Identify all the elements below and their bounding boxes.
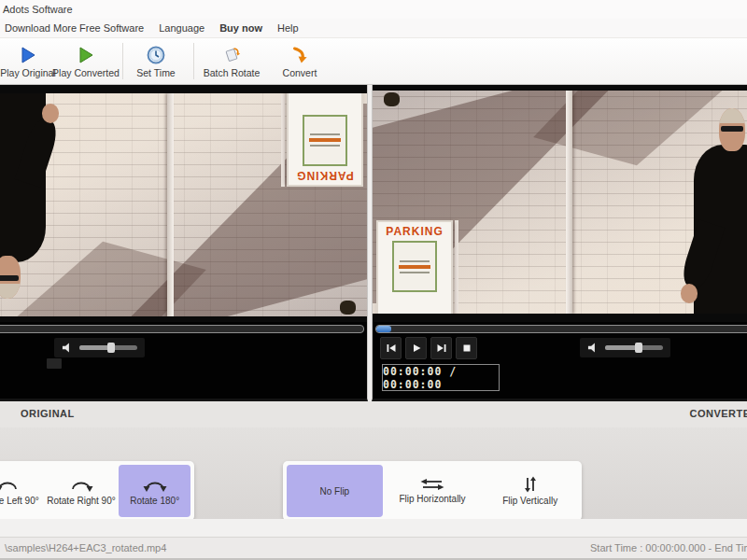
rotate-left-90-label: Rotate Left 90° bbox=[0, 496, 39, 506]
original-volume-track[interactable] bbox=[79, 345, 137, 350]
rotate-button-group: Rotate Left 90° Rotate Right 90° Rotate … bbox=[0, 461, 194, 521]
play-button[interactable] bbox=[405, 337, 427, 359]
man-hand bbox=[681, 284, 698, 302]
rotation-controls-section: Rotate Left 90° Rotate Right 90° Rotate … bbox=[0, 427, 747, 519]
original-volume-control[interactable] bbox=[54, 338, 145, 357]
parking-sign: PARKING bbox=[287, 91, 363, 187]
sign-post bbox=[281, 94, 285, 187]
no-flip-label: No Flip bbox=[319, 486, 349, 497]
stop-icon bbox=[461, 343, 472, 354]
converted-video-frame[interactable]: PARKING bbox=[373, 85, 747, 322]
converted-seek-progress bbox=[376, 326, 391, 332]
wall-post bbox=[566, 91, 572, 314]
original-label: ORIGINAL bbox=[21, 408, 75, 419]
menu-download-more[interactable]: Download More Free Software bbox=[5, 22, 144, 34]
time-display: 00:00:00 / 00:00:00 bbox=[382, 364, 500, 391]
sign-post bbox=[455, 220, 458, 313]
converted-player-controls: 00:00:00 / 00:00:00 bbox=[373, 322, 747, 399]
rotate-180-button[interactable]: Rotate 180° bbox=[119, 465, 190, 517]
rotate-left-90-button[interactable]: Rotate Left 90° bbox=[0, 465, 44, 517]
rotate-left-icon bbox=[0, 476, 21, 493]
rotate-180-icon bbox=[142, 476, 168, 493]
converted-label: CONVERTED bbox=[689, 408, 747, 419]
original-seek-bar[interactable] bbox=[0, 325, 364, 333]
original-video-scene: PARKING bbox=[0, 85, 367, 322]
menu-bar: Download More Free Software Language Buy… bbox=[0, 19, 747, 38]
wall-fixture bbox=[340, 301, 355, 315]
set-time-label: Set Time bbox=[136, 67, 175, 78]
flip-vertically-button[interactable]: Flip Vertically bbox=[482, 465, 578, 517]
speaker-icon bbox=[62, 342, 74, 354]
parking-sign-text: PARKING bbox=[289, 169, 361, 182]
converted-player-panel: PARKING bbox=[372, 84, 747, 401]
window-title: Adots Software bbox=[3, 4, 73, 15]
man-head bbox=[719, 108, 745, 151]
skip-start-button[interactable] bbox=[380, 337, 402, 359]
parking-sign-text: PARKING bbox=[378, 225, 451, 238]
skip-end-icon bbox=[436, 343, 447, 354]
wall-fixture bbox=[384, 92, 399, 106]
flip-horizontally-label: Flip Horizontally bbox=[399, 494, 465, 504]
man-hand bbox=[42, 104, 59, 122]
letterbox-bar bbox=[373, 85, 747, 91]
original-player-controls bbox=[0, 322, 367, 399]
rotate-right-icon bbox=[68, 476, 94, 493]
parking-sign-subpanel bbox=[303, 115, 348, 167]
skip-end-button[interactable] bbox=[430, 337, 452, 359]
toolbar: Play Original Play Converted Set Time Ba… bbox=[0, 38, 747, 85]
rotate-right-90-label: Rotate Right 90° bbox=[47, 496, 116, 506]
skip-start-icon bbox=[386, 343, 397, 354]
parking-sign: PARKING bbox=[376, 220, 453, 316]
convert-label: Convert bbox=[283, 67, 317, 78]
wall-post bbox=[167, 93, 174, 316]
original-volume-thumb[interactable] bbox=[107, 343, 115, 353]
clock-icon bbox=[145, 45, 167, 65]
mute-popup[interactable] bbox=[47, 358, 62, 369]
flip-vertical-icon bbox=[522, 476, 539, 493]
title-bar: Adots Software bbox=[0, 0, 747, 19]
converted-volume-thumb[interactable] bbox=[635, 343, 642, 353]
play-icon bbox=[411, 343, 422, 354]
flip-vertically-label: Flip Vertically bbox=[502, 496, 557, 506]
menu-help[interactable]: Help bbox=[277, 22, 299, 34]
parking-sign-subpanel bbox=[392, 241, 438, 293]
sunglasses bbox=[0, 275, 19, 281]
original-video-frame[interactable]: PARKING bbox=[0, 85, 367, 322]
menu-buy-now[interactable]: Buy now bbox=[219, 22, 262, 34]
batch-rotate-icon bbox=[220, 45, 243, 65]
rotate-right-90-button[interactable]: Rotate Right 90° bbox=[46, 465, 118, 517]
letterbox-bar bbox=[0, 85, 367, 93]
original-player-panel: PARKING bbox=[0, 84, 368, 401]
converted-volume-track[interactable] bbox=[605, 345, 663, 350]
flip-button-group: No Flip Flip Horizontally Flip Verticall… bbox=[283, 461, 582, 521]
status-bar: \samples\H264+EAC3_rotated.mp4 Start Tim… bbox=[0, 537, 747, 560]
play-green-icon bbox=[75, 45, 97, 65]
play-blue-icon bbox=[17, 45, 39, 65]
start-end-time-info: Start Time : 00:00:00.000 - End Time : 0… bbox=[590, 542, 747, 553]
convert-button[interactable]: Convert bbox=[251, 41, 348, 81]
convert-icon bbox=[289, 45, 311, 65]
converted-video-scene: PARKING bbox=[373, 85, 747, 322]
loaded-file-path: \samples\H264+EAC3_rotated.mp4 bbox=[5, 542, 166, 553]
panel-labels-strip: ORIGINAL CONVERTED bbox=[0, 401, 747, 427]
converted-volume-control[interactable] bbox=[580, 338, 670, 357]
flip-horizontal-icon bbox=[419, 478, 445, 491]
speaker-icon bbox=[587, 342, 599, 354]
stop-button[interactable] bbox=[456, 337, 477, 359]
converted-seek-bar[interactable] bbox=[375, 325, 747, 333]
menu-language[interactable]: Language bbox=[159, 22, 204, 34]
sunglasses bbox=[721, 126, 742, 132]
flip-horizontally-button[interactable]: Flip Horizontally bbox=[385, 465, 481, 517]
rotate-180-label: Rotate 180° bbox=[130, 496, 179, 506]
letterbox-bar bbox=[373, 314, 747, 322]
no-flip-button[interactable]: No Flip bbox=[287, 465, 383, 517]
footer-gap bbox=[0, 519, 747, 537]
transport-controls bbox=[380, 337, 477, 359]
